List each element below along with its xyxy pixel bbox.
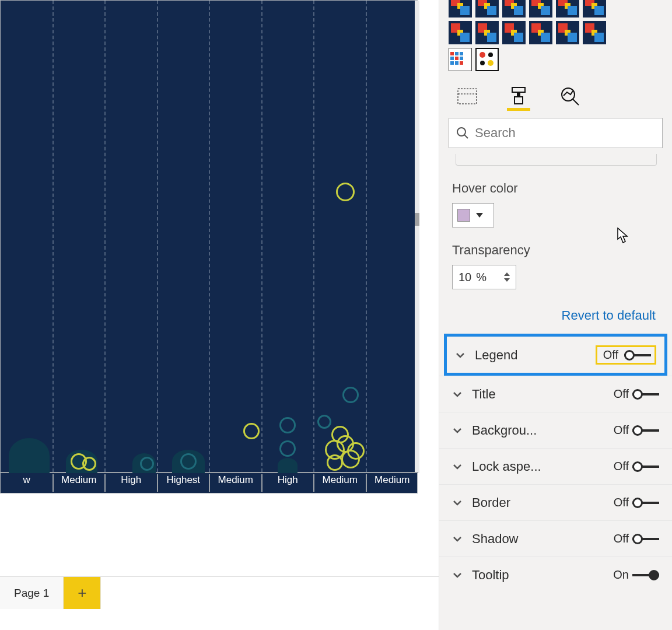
data-point[interactable] (82, 457, 96, 471)
format-search-box[interactable] (449, 118, 663, 148)
toggle-switch[interactable] (632, 424, 659, 437)
chart-scroll-thumb[interactable] (415, 213, 419, 226)
x-axis-tick-label: Medium (51, 474, 107, 486)
color-swatch-icon (457, 209, 470, 222)
scatter-chart-visual[interactable]: wMediumHighHighestMediumHighMediumMedium (0, 0, 418, 494)
viz-tile[interactable] (583, 21, 606, 44)
chart-scroll-track[interactable] (415, 1, 419, 473)
analytics-tab-icon[interactable] (558, 88, 582, 111)
viz-tile[interactable] (556, 21, 579, 44)
chevron-down-icon (452, 389, 463, 400)
number-spinner[interactable] (504, 265, 512, 289)
toggle-state-text: Off (614, 532, 629, 545)
add-page-button[interactable]: + (64, 577, 101, 609)
section-label: Legend (475, 348, 596, 363)
svg-point-20 (457, 128, 466, 136)
viz-tile[interactable] (529, 0, 552, 18)
viz-tile[interactable] (449, 0, 472, 18)
viz-tile[interactable] (449, 21, 472, 44)
format-section-background[interactable]: Backgrou...Off (439, 412, 672, 448)
chevron-down-icon (452, 570, 463, 580)
format-section-legend[interactable]: LegendOff (447, 337, 664, 373)
chevron-down-icon (452, 425, 463, 436)
svg-rect-0 (450, 52, 454, 55)
toggle-state-text: Off (614, 460, 629, 473)
svg-rect-6 (450, 61, 454, 65)
viz-tile[interactable] (475, 0, 499, 18)
toggle-switch[interactable] (632, 388, 659, 401)
collapsed-color-box (456, 154, 657, 166)
data-point[interactable] (140, 457, 154, 471)
svg-rect-15 (512, 88, 525, 92)
gridline (261, 1, 262, 472)
x-axis-tick-label: High (260, 474, 316, 486)
toggle-switch[interactable] (632, 460, 659, 473)
data-point[interactable] (336, 183, 355, 201)
svg-rect-17 (514, 97, 523, 104)
svg-rect-3 (450, 57, 454, 60)
transparency-label: Transparency (452, 243, 659, 258)
data-point[interactable] (317, 415, 331, 429)
gridline (313, 1, 314, 472)
toggle-highlight: Off (596, 345, 656, 365)
page-tab-1[interactable]: Page 1 (0, 577, 64, 609)
data-point[interactable] (180, 453, 197, 470)
gridline (209, 1, 210, 472)
x-axis-tick-label: Medium (364, 474, 420, 486)
toggle-switch[interactable] (632, 496, 659, 509)
format-section-tooltip[interactable]: TooltipOn (439, 556, 672, 593)
data-point[interactable] (341, 450, 360, 468)
toggle-state-text: Off (614, 424, 629, 437)
data-point[interactable] (342, 387, 359, 403)
search-icon (456, 127, 469, 139)
chevron-down-icon (452, 534, 463, 544)
visualizations-panel: Hover color Transparency 10 % Revert to … (439, 0, 672, 630)
x-axis-tick-label: Medium (312, 474, 368, 486)
viz-tile[interactable] (583, 0, 606, 18)
transparency-unit: % (476, 271, 487, 284)
viz-tile[interactable] (475, 21, 499, 44)
svg-rect-16 (517, 92, 520, 97)
data-point[interactable] (279, 440, 296, 457)
viz-tile[interactable] (556, 0, 579, 18)
svg-point-11 (480, 61, 485, 65)
format-section-lockaspect[interactable]: Lock aspe...Off (439, 448, 672, 484)
gridline (366, 1, 367, 472)
data-point[interactable] (279, 417, 296, 433)
fields-tab-icon[interactable] (456, 88, 479, 111)
viz-tile[interactable] (502, 21, 526, 44)
format-section-border[interactable]: BorderOff (439, 484, 672, 520)
gridline (157, 1, 158, 472)
viz-tile[interactable] (529, 21, 552, 44)
section-label: Backgrou... (472, 423, 614, 438)
svg-point-9 (480, 52, 485, 58)
data-point[interactable] (243, 423, 260, 439)
svg-point-10 (488, 52, 493, 57)
section-label: Lock aspe... (472, 459, 614, 474)
data-point[interactable] (327, 454, 343, 471)
section-label: Border (472, 495, 614, 510)
viz-tile[interactable] (502, 0, 526, 18)
viz-gallery-row (439, 0, 672, 18)
transparency-input[interactable]: 10 % (452, 265, 516, 289)
svg-point-12 (488, 60, 494, 66)
format-section-title[interactable]: TitleOff (439, 376, 672, 412)
toggle-state-text: Off (614, 387, 629, 401)
report-canvas: wMediumHighHighestMediumHighMediumMedium… (0, 0, 439, 630)
viz-tile-selected[interactable] (475, 48, 499, 71)
format-section-shadow[interactable]: ShadowOff (439, 520, 672, 556)
svg-line-21 (464, 135, 468, 138)
toggle-switch[interactable] (624, 349, 651, 362)
toggle-switch[interactable] (632, 569, 659, 582)
format-search-input[interactable] (475, 125, 655, 141)
hover-color-label: Hover color (452, 181, 659, 196)
page-tabs-bar: Page 1 + (0, 576, 439, 609)
x-axis-tick-label: w (0, 474, 55, 486)
section-label: Tooltip (472, 568, 613, 583)
viz-tile-more[interactable] (449, 48, 472, 71)
toggle-switch[interactable] (632, 533, 659, 545)
revert-default-link[interactable]: Revert to default (439, 289, 672, 334)
svg-rect-5 (460, 57, 463, 60)
hover-color-picker[interactable] (452, 203, 494, 228)
format-tab-icon[interactable] (507, 88, 530, 111)
